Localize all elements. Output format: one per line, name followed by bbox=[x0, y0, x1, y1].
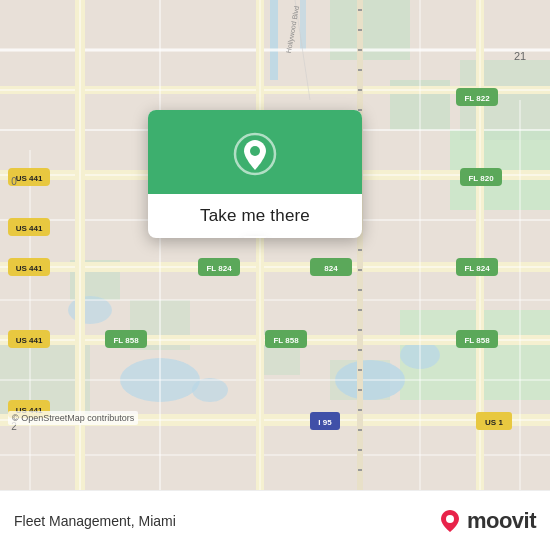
svg-text:FL 858: FL 858 bbox=[464, 336, 490, 345]
svg-point-15 bbox=[192, 378, 228, 402]
moovit-logo: moovit bbox=[437, 508, 536, 534]
svg-point-106 bbox=[446, 515, 454, 523]
moovit-brand-text: moovit bbox=[467, 508, 536, 534]
svg-text:US 441: US 441 bbox=[16, 174, 43, 183]
svg-text:FL 820: FL 820 bbox=[468, 174, 494, 183]
svg-text:FL 858: FL 858 bbox=[273, 336, 299, 345]
svg-text:0: 0 bbox=[11, 176, 17, 187]
svg-text:US 441: US 441 bbox=[16, 264, 43, 273]
moovit-pin-icon bbox=[437, 508, 463, 534]
svg-text:US 441: US 441 bbox=[16, 224, 43, 233]
svg-text:FL 824: FL 824 bbox=[206, 264, 232, 273]
map-view[interactable]: US 441 US 441 US 441 US 441 US 441 FL 82… bbox=[0, 0, 550, 490]
popup-header bbox=[148, 110, 362, 194]
svg-text:824: 824 bbox=[324, 264, 338, 273]
osm-attribution: © OpenStreetMap contributors bbox=[8, 411, 138, 425]
svg-point-105 bbox=[250, 146, 260, 156]
svg-text:US 441: US 441 bbox=[16, 336, 43, 345]
svg-text:FL 822: FL 822 bbox=[464, 94, 490, 103]
svg-text:21: 21 bbox=[514, 50, 526, 62]
take-me-there-button[interactable]: Take me there bbox=[148, 194, 362, 238]
location-pin-icon bbox=[233, 132, 277, 176]
svg-text:I 95: I 95 bbox=[318, 418, 332, 427]
svg-rect-16 bbox=[270, 0, 278, 80]
svg-text:US 1: US 1 bbox=[485, 418, 503, 427]
location-popup: Take me there bbox=[148, 110, 362, 238]
location-label: Fleet Management, Miami bbox=[14, 513, 437, 529]
bottom-bar: Fleet Management, Miami moovit bbox=[0, 490, 550, 550]
svg-text:FL 858: FL 858 bbox=[113, 336, 139, 345]
svg-text:FL 824: FL 824 bbox=[464, 264, 490, 273]
